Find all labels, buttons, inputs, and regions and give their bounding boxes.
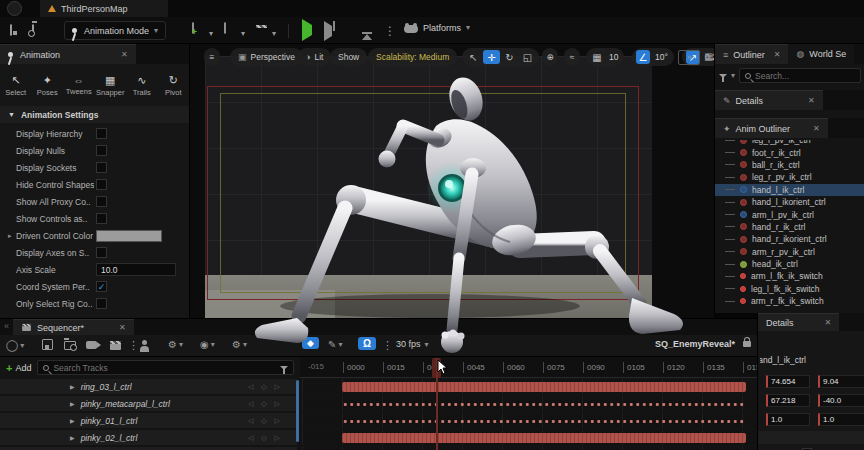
animation-tool-button[interactable]: ✦ Poses <box>32 74 62 97</box>
anim-outliner-item[interactable]: leg_l_fk_ik_switch <box>715 283 864 295</box>
track-keyframe-area[interactable] <box>297 396 757 411</box>
setting-control[interactable]: ✓ <box>96 281 107 292</box>
track-keyframe-area[interactable] <box>297 413 757 428</box>
expand-icon[interactable]: ▶ <box>70 400 75 407</box>
tab-animation[interactable]: Animation ✕ <box>0 44 136 64</box>
anim-outliner-item[interactable]: ball_r_ik_ctrl <box>715 159 864 171</box>
snap-magnet-button[interactable]: Ω <box>358 337 376 350</box>
outliner-search[interactable] <box>739 68 861 83</box>
animation-tool-button[interactable]: ⇔ Tweens <box>64 74 94 96</box>
edit-mode-dropdown[interactable]: ✎▾ <box>328 339 342 350</box>
tab-details-upper[interactable]: ✎ Details ✕ <box>715 90 823 110</box>
angle-snap-icon[interactable]: ∠ <box>636 50 650 64</box>
chevron-down-icon[interactable]: ▾ <box>209 26 213 42</box>
track-row[interactable]: ▶ ring_03_l_ctrl ◁ ◇ ▷ <box>0 378 757 395</box>
fps-dropdown[interactable]: 30 fps▾ <box>396 339 429 349</box>
anim-outliner-item[interactable]: foot_r_ik_ctrl <box>715 146 864 158</box>
expand-icon[interactable]: ▶ <box>70 417 75 424</box>
wrench-dropdown[interactable]: ⚙▾ <box>168 339 183 350</box>
tab-world-settings[interactable]: ◍ World Se <box>788 44 854 64</box>
sequence-breadcrumb[interactable]: SQ_EnemyReveal* <box>655 339 735 349</box>
add-track-button[interactable]: + Add <box>6 362 31 374</box>
track-row[interactable]: ▶ pinky_metacarpal_l_ctrl ◁ ◇ ▷ <box>0 395 757 412</box>
surface-snap-button[interactable]: ≈ <box>564 48 580 66</box>
animation-tool-button[interactable]: ↖ Select <box>1 74 31 97</box>
add-content-button[interactable]: + <box>192 23 194 33</box>
platforms-dropdown[interactable]: Platforms ▾ <box>404 22 470 33</box>
keyframe-bar[interactable] <box>342 382 746 392</box>
track-scrollbar[interactable] <box>296 380 299 442</box>
keyframe-options-dropdown[interactable]: ⚙▾ <box>232 339 247 350</box>
scalability-button[interactable]: Scalability: Medium <box>368 48 457 66</box>
keyframe-bar[interactable] <box>342 433 746 443</box>
setting-control[interactable] <box>96 247 107 258</box>
keyframe-nav-icons[interactable]: ◁ ◇ ▷ <box>248 400 283 408</box>
value-field-x[interactable]: 74.654 <box>766 375 810 388</box>
perspective-dropdown[interactable]: ▣ Perspective <box>230 48 303 66</box>
save-icon[interactable] <box>10 25 12 35</box>
setting-control[interactable] <box>96 213 107 224</box>
viewport-3d[interactable]: ≡ ▣ Perspective ◑ Lit Show Scalability: … <box>190 44 714 318</box>
anim-outliner-item[interactable]: hand_l_ik_ctrl <box>715 184 864 196</box>
lit-dropdown[interactable]: ◑ Lit <box>297 48 331 66</box>
filter-icon[interactable] <box>719 74 727 78</box>
sequencer-camera-icon[interactable] <box>86 339 97 349</box>
rotate-tool[interactable]: ↻ <box>501 50 518 64</box>
animation-tool-button[interactable]: ∿ Trails <box>127 74 157 97</box>
value-field-x[interactable]: 67.218 <box>766 394 810 407</box>
anim-outliner-item[interactable]: arm_l_fk_ik_switch <box>715 270 864 282</box>
value-field-x[interactable]: 1.0 <box>766 413 810 426</box>
close-icon[interactable]: ✕ <box>121 50 128 59</box>
setting-control[interactable] <box>96 145 107 156</box>
track-keyframe-area[interactable] <box>297 430 757 445</box>
blueprints-button[interactable] <box>224 23 226 33</box>
animation-tool-button[interactable]: ▦ Snapper <box>95 74 125 97</box>
level-tab[interactable]: ThirdPersonMap <box>40 0 168 17</box>
grid-snap-value[interactable]: 10 <box>607 52 620 62</box>
autokey-button[interactable]: ◆ <box>302 337 319 349</box>
curve-editor-button[interactable]: ◯▾ <box>6 339 24 352</box>
anim-outliner-item[interactable]: arm_r_fk_ik_switch <box>715 295 864 307</box>
setting-control[interactable] <box>96 196 107 207</box>
anim-outliner-item[interactable]: hand_l_ikorient_ctrl <box>715 196 864 208</box>
tab-anim-outliner[interactable]: ✦ Anim Outliner ✕ <box>715 118 828 138</box>
expand-icon[interactable]: ▶ <box>70 383 75 390</box>
track-name-cell[interactable]: ▶ pinky_metacarpal_l_ctrl ◁ ◇ ▷ <box>0 396 297 411</box>
keyframe-nav-icons[interactable]: ◁ ◇ ▷ <box>248 383 283 391</box>
anim-outliner-item[interactable]: arm_r_pv_ik_ctrl <box>715 246 864 258</box>
track-name-cell[interactable]: ▶ pinky_02_l_ctrl ◁ ◇ ▷ <box>0 430 297 445</box>
content-browser-icon[interactable] <box>32 25 34 35</box>
chevron-down-icon[interactable]: ▾ <box>731 71 735 80</box>
add-actor-icon[interactable] <box>142 340 147 345</box>
quad-view-icon[interactable]: ▦ <box>704 51 713 62</box>
keyframe-bar[interactable] <box>342 401 746 408</box>
setting-control[interactable]: 10.0 <box>96 263 176 276</box>
tab-details[interactable]: Details ✕ <box>758 313 839 331</box>
track-search[interactable] <box>37 360 294 375</box>
setting-control[interactable] <box>96 230 162 242</box>
track-row[interactable]: ▶ ◁ ◇ ▷ <box>0 446 757 450</box>
kebab-menu-icon[interactable]: ⋮ <box>128 339 139 352</box>
anim-outliner-item[interactable]: leg_r_pv_ik_ctrl <box>715 171 864 183</box>
category-divider[interactable] <box>758 431 864 444</box>
grid-snap-icon[interactable]: ▦ <box>590 50 604 64</box>
select-tool[interactable]: ↖ <box>465 50 482 64</box>
anim-outliner-item[interactable]: hand_r_ik_ctrl <box>715 221 864 233</box>
eject-button[interactable] <box>362 24 372 34</box>
value-field-y[interactable]: 9.04 <box>818 375 864 388</box>
tab-sequencer[interactable]: Sequencer* ✕ <box>13 319 134 335</box>
value-field-y[interactable]: 1.0 <box>818 413 864 426</box>
close-icon[interactable]: ✕ <box>813 124 820 133</box>
camera-speed-widget[interactable]: » <box>678 50 700 65</box>
track-row[interactable]: ▶ pinky_02_l_ctrl ◁ ◇ ▷ <box>0 429 757 446</box>
anim-outliner-item[interactable]: hand_r_ikorient_ctrl <box>715 233 864 245</box>
lock-icon[interactable] <box>743 336 751 347</box>
show-dropdown[interactable]: Show <box>330 48 367 66</box>
track-name-cell[interactable]: ▶ pinky_01_l_ctrl ◁ ◇ ▷ <box>0 413 297 428</box>
animation-tool-button[interactable]: ↻ Pivot <box>158 74 188 97</box>
value-field-y[interactable]: -40.0 <box>818 394 864 407</box>
close-icon[interactable]: ✕ <box>119 323 126 332</box>
track-row[interactable]: ▶ pinky_01_l_ctrl ◁ ◇ ▷ <box>0 412 757 429</box>
close-icon[interactable]: ✕ <box>808 96 815 105</box>
frame-skip-button[interactable] <box>324 26 332 36</box>
